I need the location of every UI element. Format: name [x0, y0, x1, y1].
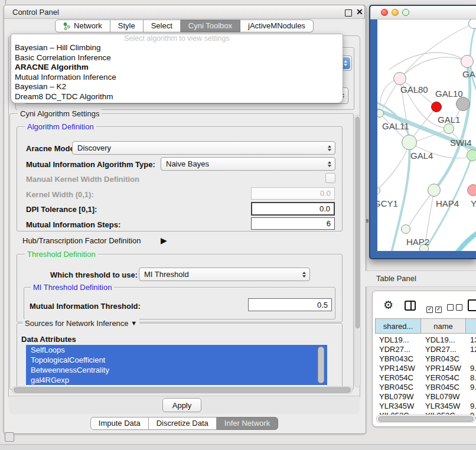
algorithm-dropdown-popup: Select algorithm to view settings Bayesi… [11, 34, 343, 103]
node-label: GAL [462, 69, 476, 79]
list-item[interactable]: SelfLoops [26, 345, 327, 355]
expand-right-icon[interactable]: ▶ [161, 236, 167, 245]
dpi-tolerance-label: DPI Tolerance [0,1]: [26, 205, 97, 214]
control-panel-tabbar: Network Style Select Cyni Toolbox jActiv… [4, 19, 365, 32]
close-icon[interactable]: ✕ [356, 7, 363, 17]
unchecked-boxes-icon[interactable] [447, 302, 465, 313]
node-gal80[interactable] [393, 72, 406, 85]
column-header-name[interactable]: name [421, 318, 466, 334]
popup-item[interactable]: Basic Correlation Inference [11, 53, 343, 63]
settings-vscroll-thumb[interactable] [356, 117, 360, 328]
node-label: GAL11 [382, 121, 409, 131]
tab-select[interactable]: Select [144, 19, 181, 32]
close-traffic-icon[interactable] [381, 9, 388, 16]
list-item[interactable]: BetweennessCentrality [26, 365, 327, 375]
popup-item[interactable]: Dream8 DC_TDC Algorithm [11, 92, 343, 102]
mi-threshold-input[interactable]: 0.5 [248, 298, 332, 311]
tab-impute-data[interactable]: Impute Data [90, 417, 149, 430]
node-label: GAL1 [438, 115, 460, 125]
node-label: HAP4 [436, 198, 459, 208]
mi-steps-input[interactable]: 6 [251, 217, 335, 230]
zoom-traffic-icon[interactable] [402, 9, 409, 16]
node-gray[interactable] [456, 97, 470, 111]
node-label: HAP2 [406, 237, 429, 247]
aracne-mode-combo[interactable]: Discovery [72, 141, 335, 155]
tab-style[interactable]: Style [110, 19, 144, 32]
collapse-down-icon[interactable]: ▼ [131, 319, 137, 327]
control-panel-title: Control Panel [12, 8, 59, 17]
node-gal4[interactable] [402, 135, 417, 150]
node-label: SWI4 [450, 138, 472, 148]
node-gal-partial[interactable] [461, 55, 474, 68]
table-doc-icon[interactable] [468, 299, 476, 311]
list-item[interactable]: TopologicalCoefficient [26, 355, 327, 365]
dpi-tolerance-input[interactable]: 0.0 [251, 202, 335, 216]
tab-discretize-data[interactable]: Discretize Data [149, 417, 217, 430]
sources-group-title: Sources for Network Inference ▼ [22, 319, 139, 328]
table-panel-titlebar: Table Panel [365, 270, 476, 287]
mi-type-label: Mutual Information Algorithm Type: [26, 160, 155, 169]
node-hap2[interactable] [401, 224, 410, 234]
manual-kernel-checkbox[interactable] [325, 173, 335, 183]
settings-hscroll-thumb[interactable] [14, 387, 351, 393]
data-attributes-label: Data Attributes [21, 335, 76, 344]
node-salmon[interactable] [467, 184, 476, 196]
column-header-shared[interactable]: shared... [375, 318, 421, 334]
list-vscroll-thumb[interactable] [318, 347, 324, 383]
settings-hscrollbar[interactable] [12, 386, 353, 394]
network-icon [63, 22, 71, 30]
data-attributes-list: SelfLoops TopologicalCoefficient Between… [26, 345, 327, 386]
tab-network[interactable]: Network [55, 19, 110, 32]
popup-prompt: Select algorithm to view settings [11, 34, 343, 43]
table-panel-title: Table Panel [376, 274, 416, 283]
table-hscroll-thumb[interactable] [378, 416, 474, 422]
node-unlabeled[interactable] [468, 19, 476, 29]
node-label: Y [471, 198, 476, 208]
combo-stepper-icon [324, 158, 335, 170]
network-canvas[interactable]: GAL GAL80 GAL10 GAL11 GAL1 SWI4 GAL4 GCY… [377, 19, 476, 251]
list-item[interactable]: gal4RGexp [26, 375, 327, 385]
checked-boxes-icon[interactable]: ✓✓ [426, 302, 444, 313]
mi-type-combo[interactable]: Naive Bayes [161, 157, 335, 171]
control-panel-titlebar[interactable]: Control Panel ✕ [4, 5, 365, 19]
popup-item[interactable]: Bayesian – K2 [11, 82, 343, 92]
tab-cyni-toolbox[interactable]: Cyni Toolbox [181, 19, 240, 32]
window-edge-tick [5, 0, 6, 4]
aracne-mode-label: Aracne Mode: [26, 144, 77, 153]
node-label: GAL80 [400, 84, 428, 94]
panel-divider-handle[interactable] [366, 219, 369, 223]
apply-button[interactable]: Apply [162, 398, 201, 412]
popup-item[interactable]: Bayesian – Hill Climbing [11, 43, 343, 53]
tab-infer-network[interactable]: Infer Network [217, 417, 278, 430]
popup-item[interactable]: Mutual Information Inference [11, 73, 343, 83]
manual-kernel-label: Manual Kernel Width Definition [26, 175, 139, 184]
node-label: GAL4 [410, 151, 433, 161]
network-window-titlebar[interactable] [370, 6, 476, 19]
node-gal1[interactable] [444, 123, 454, 134]
mi-threshold-group-title: MI Threshold Definition [31, 283, 114, 292]
node-green-right[interactable] [467, 149, 476, 161]
minimize-traffic-icon[interactable] [392, 9, 399, 16]
collapsed-panel-icon[interactable] [5, 432, 14, 442]
node-label: GAL10 [435, 89, 463, 99]
which-threshold-combo[interactable]: MI Threshold [139, 268, 310, 281]
combo-stepper-icon [299, 268, 309, 281]
popup-item-selected[interactable]: ARACNE Algorithm [11, 63, 343, 73]
settings-group-title: Cyni Algorithm Settings [18, 109, 102, 118]
float-window-icon[interactable] [345, 9, 352, 17]
columns-icon[interactable] [405, 301, 416, 311]
settings-vscrollbar[interactable] [354, 115, 361, 387]
network-edges [377, 19, 476, 251]
threshold-definition-title: Threshold Definition [25, 250, 98, 259]
column-header-partial[interactable] [466, 318, 476, 334]
table-hscrollbar[interactable] [376, 415, 475, 423]
node-gal10[interactable] [431, 102, 442, 112]
kernel-width-label: Kernel Width (0,1): [26, 190, 94, 199]
table-panel-window: ⚙ ✓✓ shared... name YDL19... YDL19... 13… [372, 291, 476, 427]
node-hap4[interactable] [428, 184, 441, 197]
tab-jactivemnodules[interactable]: jActiveMNodules [240, 19, 314, 32]
node-label: GCY1 [377, 198, 398, 208]
gear-icon[interactable]: ⚙ [383, 299, 393, 311]
bottom-panel-edge [0, 444, 476, 450]
kernel-width-input[interactable]: 0.0 [251, 187, 335, 200]
